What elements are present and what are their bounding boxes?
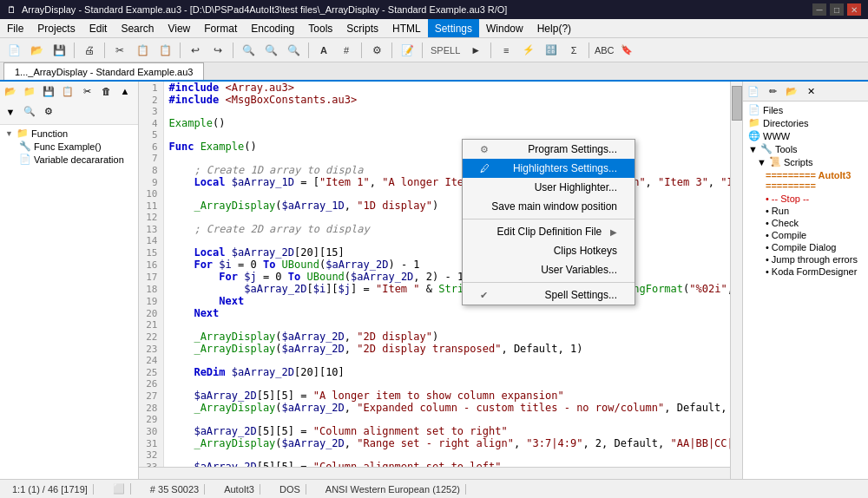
- paste-button[interactable]: 📋: [155, 41, 175, 60]
- menu-format[interactable]: Format: [197, 19, 244, 37]
- lp-btn-8[interactable]: ▼: [2, 104, 19, 120]
- lp-btn-9[interactable]: 🔍: [21, 104, 38, 120]
- rp-jump-errors-label: Jump through errors: [772, 254, 858, 265]
- bookmark-button[interactable]: 🔖: [616, 41, 637, 60]
- menu-html[interactable]: HTML: [385, 19, 428, 37]
- highlighters-label: Highlighters Settings...: [513, 162, 617, 174]
- lp-btn-5[interactable]: ✂: [78, 83, 95, 99]
- extra-btn-3[interactable]: 🔠: [541, 41, 562, 60]
- replace-button[interactable]: 🔍: [283, 41, 304, 60]
- rp-item-files[interactable]: 📄 Files: [745, 103, 866, 116]
- rp-close-btn[interactable]: ✕: [802, 83, 819, 99]
- rp-item-scripts[interactable]: ▼ 📜 Scripts: [745, 155, 866, 168]
- horizontal-scrollbar[interactable]: [139, 467, 730, 479]
- rp-item-directories[interactable]: 📁 Directories: [745, 116, 866, 129]
- copy-button[interactable]: 📋: [132, 41, 153, 60]
- menu-save-window-pos[interactable]: • Save main window position: [463, 197, 635, 216]
- rp-folder-btn[interactable]: 📂: [783, 83, 800, 99]
- menu-edit[interactable]: Edit: [82, 19, 115, 37]
- toolbar-sep-6: [361, 43, 362, 58]
- rp-jump-errors[interactable]: • Jump through errors: [762, 253, 866, 265]
- rp-run[interactable]: • Run: [762, 205, 866, 217]
- lp-btn-1[interactable]: 📂: [2, 83, 19, 99]
- lp-btn-6[interactable]: 🗑: [97, 83, 115, 99]
- menu-highlighters-settings[interactable]: 🖊 Highlighters Settings...: [463, 159, 635, 178]
- rp-tools-label: Tools: [775, 144, 798, 154]
- lp-btn-3[interactable]: 💾: [40, 83, 57, 99]
- menu-program-settings[interactable]: ⚙ Program Settings...: [463, 140, 635, 159]
- rp-compile[interactable]: • Compile: [762, 229, 866, 241]
- tree-item-variable[interactable]: 📄 Variable decararation: [2, 153, 136, 166]
- tree-item-func-example[interactable]: 🔧 Func Example(): [2, 140, 136, 153]
- code-editor[interactable]: 1#include <Array.au3> 2#include <MsgBoxC…: [139, 82, 742, 479]
- extra-btn-1[interactable]: ≡: [496, 41, 516, 60]
- menu-encoding[interactable]: Encoding: [244, 19, 301, 37]
- scroll-thumb-v[interactable]: [732, 86, 742, 121]
- menu-file[interactable]: File: [0, 19, 30, 37]
- spell-check-button[interactable]: ABC: [594, 41, 615, 60]
- open-button[interactable]: 📂: [26, 41, 47, 60]
- code-line-11: _ArrayDisplay($aArray_1D, "1D display"): [163, 200, 742, 212]
- lp-btn-4[interactable]: 📋: [59, 83, 76, 99]
- menu-edit-clip[interactable]: • Edit Clip Definition File ▶: [463, 222, 635, 241]
- line-num-21: 21: [139, 319, 163, 331]
- menu-search[interactable]: Search: [114, 19, 161, 37]
- rp-www-label: WWW: [763, 131, 790, 141]
- menu-scripts[interactable]: Scripts: [339, 19, 385, 37]
- rp-item-tools[interactable]: ▼ 🔧 Tools: [745, 142, 866, 155]
- lp-btn-2[interactable]: 📁: [21, 83, 38, 99]
- edit-clip-label: Edit Clip Definition File: [497, 226, 602, 238]
- encoding-status-icon: ⬜: [108, 483, 131, 495]
- run-button[interactable]: ►: [465, 41, 486, 60]
- menu-help[interactable]: Help(?): [530, 19, 578, 37]
- maximize-button[interactable]: □: [830, 3, 844, 16]
- save-button[interactable]: 💾: [49, 41, 69, 60]
- extra-btn-4[interactable]: Σ: [563, 41, 584, 60]
- line-num-13: 13: [139, 223, 163, 235]
- rp-dirs-label: Directories: [763, 118, 809, 128]
- tab-main-file[interactable]: 1..._ArrayDisplay - Standard Example.au3: [3, 62, 204, 80]
- menu-user-variables[interactable]: • User Variables...: [463, 260, 635, 279]
- menu-tools[interactable]: Tools: [301, 19, 339, 37]
- close-button[interactable]: ✕: [847, 3, 861, 16]
- redo-button[interactable]: ↪: [207, 41, 228, 60]
- toolbar-sep-2: [104, 43, 105, 58]
- lp-btn-10[interactable]: ⚙: [40, 104, 57, 120]
- minimize-button[interactable]: ─: [812, 3, 826, 16]
- rp-koda[interactable]: • Koda FormDesigner: [762, 265, 866, 278]
- func-example-icon: 🔧: [19, 141, 31, 152]
- font-button[interactable]: A: [313, 41, 334, 60]
- line-num-9: 9: [139, 176, 163, 188]
- macro-button[interactable]: 📝: [397, 41, 418, 60]
- line-num-26: 26: [139, 378, 163, 390]
- menu-projects[interactable]: Projects: [30, 19, 82, 37]
- rp-tools-icon: 🔧: [760, 143, 773, 154]
- menu-clips-hotkeys[interactable]: • Clips Hotkeys: [463, 241, 635, 260]
- rp-files-btn[interactable]: 📄: [745, 83, 762, 99]
- menu-window[interactable]: Window: [479, 19, 530, 37]
- rp-stop[interactable]: • -- Stop --: [762, 193, 866, 205]
- menu-view[interactable]: View: [161, 19, 197, 37]
- new-button[interactable]: 📄: [3, 41, 24, 60]
- find-button[interactable]: 🔍: [238, 41, 259, 60]
- menu-spell-settings[interactable]: ✔ Spell Settings...: [463, 285, 635, 305]
- settings-toolbar-button[interactable]: ⚙: [366, 41, 387, 60]
- rp-check[interactable]: • Check: [762, 217, 866, 229]
- vertical-scrollbar[interactable]: [730, 82, 742, 479]
- lp-btn-7[interactable]: ▲: [116, 83, 134, 99]
- find-next-button[interactable]: 🔍: [260, 41, 281, 60]
- menu-user-highlighter[interactable]: • User Highlighter...: [463, 178, 635, 197]
- extra-btn-2[interactable]: ⚡: [518, 41, 539, 60]
- rp-item-www[interactable]: 🌐 WWW: [745, 129, 866, 142]
- rp-edit-btn[interactable]: ✏: [764, 83, 781, 99]
- user-vars-label: User Variables...: [541, 264, 617, 276]
- undo-button[interactable]: ↩: [185, 41, 206, 60]
- code-line-27: $aArray_2D[5][5] = "A longer item to sho…: [163, 390, 742, 402]
- format-button[interactable]: #: [336, 41, 357, 60]
- tree-item-function[interactable]: ▼ 📁 Function: [2, 127, 136, 140]
- rp-compile-dialog[interactable]: • Compile Dialog: [762, 241, 866, 253]
- line-num-27: 27: [139, 390, 163, 402]
- print-button[interactable]: 🖨: [79, 41, 100, 60]
- cut-button[interactable]: ✂: [109, 41, 130, 60]
- menu-settings[interactable]: Settings: [428, 19, 479, 37]
